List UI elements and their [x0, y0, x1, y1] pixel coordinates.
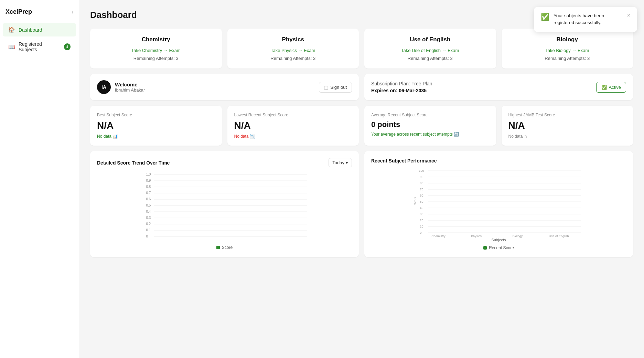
svg-text:80: 80	[420, 181, 423, 185]
bar-chart-icon: 📉	[250, 134, 255, 139]
score-trend-area: 1.0 0.9 0.8 0.7 0.6 0.5 0.4 0.3 0.2 0.1 …	[97, 173, 352, 242]
main-content: Dashboard Chemistry Take Chemistry → Exa…	[79, 0, 644, 358]
svg-text:0.3: 0.3	[146, 216, 151, 220]
stat-value: 0 points	[371, 120, 489, 129]
subjects-badge: 4	[64, 43, 71, 50]
svg-text:70: 70	[420, 188, 423, 191]
subscription-expires: Expires on: 06-Mar-2035	[371, 88, 596, 93]
stat-label: Best Subject Score	[97, 113, 215, 117]
stat-card-lowest: Lowest Recent Subject Score N/A No data …	[227, 106, 359, 146]
welcome-label: Welcome	[115, 82, 145, 87]
subscription-plan: Subscription Plan: Free Plan	[371, 81, 596, 86]
sidebar-item-registered-subjects[interactable]: 📖 Registered Subjects 4	[3, 38, 76, 56]
chart-header: Detailed Score Trend Over Time Today ▾	[97, 158, 352, 167]
svg-text:0: 0	[146, 234, 148, 238]
svg-text:0.1: 0.1	[146, 228, 151, 232]
svg-text:0.5: 0.5	[146, 203, 151, 207]
remaining-attempts: Remaining Attempts: 3	[371, 56, 489, 61]
subject-name: Chemistry	[97, 36, 215, 43]
toast-notification: ✅ Your subjects have been registered suc…	[534, 7, 637, 32]
svg-text:Score: Score	[414, 197, 417, 205]
subscription-info: Subscription Plan: Free Plan Expires on:…	[371, 81, 596, 93]
sidebar: XcelPrep ‹ 🏠 Dashboard 📖 Registered Subj…	[0, 0, 79, 358]
today-dropdown[interactable]: Today ▾	[329, 158, 352, 167]
take-exam-link[interactable]: Take Physics → Exam	[234, 48, 352, 53]
svg-text:40: 40	[420, 206, 423, 210]
x-axis-label: Subjects	[371, 238, 626, 242]
sidebar-item-label: Registered Subjects	[19, 41, 61, 52]
take-exam-link[interactable]: Take Chemistry → Exam	[97, 48, 215, 53]
svg-text:Use of English: Use of English	[549, 234, 569, 238]
stat-label: Highest JAMB Test Score	[508, 113, 626, 117]
profile-card: IA Welcome Ibrahim Abakar ⬚ Sign out	[90, 74, 359, 100]
toast-close-button[interactable]: ×	[627, 12, 630, 19]
subject-name: Use of English	[371, 36, 489, 43]
svg-text:20: 20	[420, 219, 423, 222]
sign-out-button[interactable]: ⬚ Sign out	[319, 82, 352, 93]
take-exam-link[interactable]: Take Biology → Exam	[508, 48, 626, 53]
svg-text:60: 60	[420, 194, 423, 197]
stat-card-best: Best Subject Score N/A No data 📊	[90, 106, 222, 146]
stat-label: Lowest Recent Subject Score	[234, 113, 352, 117]
svg-text:0.7: 0.7	[146, 191, 151, 195]
bar-chart-icon: 📊	[112, 134, 118, 139]
svg-text:0.9: 0.9	[146, 179, 151, 182]
svg-text:50: 50	[420, 200, 423, 203]
sign-out-icon: ⬚	[324, 85, 328, 90]
remaining-attempts: Remaining Attempts: 3	[508, 56, 626, 61]
subject-name: Physics	[234, 36, 352, 43]
svg-text:30: 30	[420, 212, 423, 216]
legend-dot	[483, 246, 487, 250]
chart-title: Recent Subject Performance	[371, 158, 437, 164]
svg-text:0.4: 0.4	[146, 210, 151, 213]
charts-row: Detailed Score Trend Over Time Today ▾ 1…	[90, 151, 633, 257]
avatar: IA	[97, 80, 111, 94]
stat-sub: Your average across recent subject attem…	[371, 132, 489, 137]
svg-text:Physics: Physics	[471, 234, 482, 238]
star-icon: ☆	[524, 134, 528, 139]
remaining-attempts: Remaining Attempts: 3	[97, 56, 215, 61]
active-label: Active	[609, 85, 621, 90]
svg-text:Biology: Biology	[513, 234, 523, 238]
success-icon: ✅	[541, 13, 549, 21]
subject-card-english: Use of English Take Use of English → Exa…	[364, 29, 496, 69]
subscription-card: Subscription Plan: Free Plan Expires on:…	[364, 74, 633, 100]
svg-text:1.0: 1.0	[146, 173, 151, 176]
svg-text:0.8: 0.8	[146, 185, 151, 189]
sidebar-item-dashboard[interactable]: 🏠 Dashboard	[3, 23, 76, 36]
stat-card-jamb: Highest JAMB Test Score N/A No data ☆	[502, 106, 633, 146]
svg-text:0.2: 0.2	[146, 222, 151, 226]
sign-out-label: Sign out	[330, 85, 347, 90]
legend-dot	[216, 246, 220, 249]
recent-performance-chart: Recent Subject Performance Score 100 90 …	[364, 151, 633, 257]
profile-sub-row: IA Welcome Ibrahim Abakar ⬚ Sign out Sub…	[90, 74, 633, 100]
home-icon: 🏠	[8, 27, 15, 33]
stat-sub: No data 📉	[234, 134, 352, 139]
score-trend-svg: 1.0 0.9 0.8 0.7 0.6 0.5 0.4 0.3 0.2 0.1 …	[97, 173, 352, 242]
profile-info: Welcome Ibrahim Abakar	[115, 82, 145, 93]
stat-card-average: Average Recent Subject Score 0 points Yo…	[364, 106, 496, 146]
app-name: XcelPrep	[6, 8, 32, 15]
subject-card-biology: Biology Take Biology → Exam Remaining At…	[502, 29, 633, 69]
chart-title: Detailed Score Trend Over Time	[97, 160, 170, 166]
chart-header: Recent Subject Performance	[371, 158, 626, 164]
stat-value: N/A	[97, 120, 215, 131]
recent-legend: Recent Score	[371, 245, 626, 250]
stat-value: N/A	[508, 120, 626, 131]
stat-value: N/A	[234, 120, 352, 131]
svg-text:0: 0	[420, 231, 422, 234]
subject-card-physics: Physics Take Physics → Exam Remaining At…	[227, 29, 359, 69]
svg-text:10: 10	[420, 225, 423, 228]
chevron-icon[interactable]: ‹	[72, 9, 73, 15]
subject-card-chemistry: Chemistry Take Chemistry → Exam Remainin…	[90, 29, 222, 69]
subject-name: Biology	[508, 36, 626, 43]
stat-sub: No data 📊	[97, 134, 215, 139]
svg-text:Chemistry: Chemistry	[431, 234, 446, 238]
remaining-attempts: Remaining Attempts: 3	[234, 56, 352, 61]
score-trend-chart: Detailed Score Trend Over Time Today ▾ 1…	[90, 151, 359, 257]
toast-message: Your subjects have been registered succe…	[554, 12, 623, 27]
take-exam-link[interactable]: Take Use of English → Exam	[371, 48, 489, 53]
score-legend: Score	[97, 245, 352, 250]
stats-row: Best Subject Score N/A No data 📊 Lowest …	[90, 106, 633, 146]
active-badge: ✅ Active	[596, 82, 626, 93]
